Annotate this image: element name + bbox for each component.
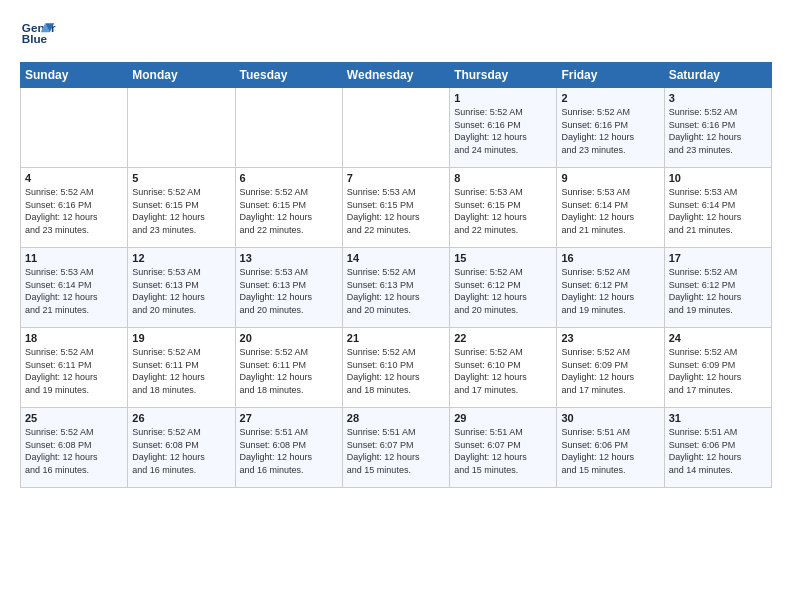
day-info: Sunrise: 5:52 AM Sunset: 6:11 PM Dayligh…: [25, 346, 123, 396]
day-info: Sunrise: 5:52 AM Sunset: 6:12 PM Dayligh…: [454, 266, 552, 316]
day-number: 12: [132, 252, 230, 264]
day-number: 16: [561, 252, 659, 264]
day-number: 11: [25, 252, 123, 264]
day-info: Sunrise: 5:51 AM Sunset: 6:07 PM Dayligh…: [454, 426, 552, 476]
day-info: Sunrise: 5:52 AM Sunset: 6:12 PM Dayligh…: [561, 266, 659, 316]
day-info: Sunrise: 5:53 AM Sunset: 6:14 PM Dayligh…: [669, 186, 767, 236]
weekday-header-wednesday: Wednesday: [342, 63, 449, 88]
calendar-cell: 21Sunrise: 5:52 AM Sunset: 6:10 PM Dayli…: [342, 328, 449, 408]
day-number: 26: [132, 412, 230, 424]
calendar-cell: 10Sunrise: 5:53 AM Sunset: 6:14 PM Dayli…: [664, 168, 771, 248]
calendar-cell: 28Sunrise: 5:51 AM Sunset: 6:07 PM Dayli…: [342, 408, 449, 488]
calendar-cell: 16Sunrise: 5:52 AM Sunset: 6:12 PM Dayli…: [557, 248, 664, 328]
day-info: Sunrise: 5:52 AM Sunset: 6:09 PM Dayligh…: [669, 346, 767, 396]
calendar-cell: 1Sunrise: 5:52 AM Sunset: 6:16 PM Daylig…: [450, 88, 557, 168]
day-number: 14: [347, 252, 445, 264]
day-number: 25: [25, 412, 123, 424]
day-number: 19: [132, 332, 230, 344]
weekday-header-friday: Friday: [557, 63, 664, 88]
day-number: 18: [25, 332, 123, 344]
day-info: Sunrise: 5:52 AM Sunset: 6:11 PM Dayligh…: [132, 346, 230, 396]
calendar-cell: 12Sunrise: 5:53 AM Sunset: 6:13 PM Dayli…: [128, 248, 235, 328]
day-info: Sunrise: 5:52 AM Sunset: 6:11 PM Dayligh…: [240, 346, 338, 396]
calendar-cell: 15Sunrise: 5:52 AM Sunset: 6:12 PM Dayli…: [450, 248, 557, 328]
day-info: Sunrise: 5:52 AM Sunset: 6:16 PM Dayligh…: [669, 106, 767, 156]
day-number: 5: [132, 172, 230, 184]
logo-icon: General Blue: [20, 16, 56, 52]
calendar-cell: 11Sunrise: 5:53 AM Sunset: 6:14 PM Dayli…: [21, 248, 128, 328]
day-number: 22: [454, 332, 552, 344]
day-number: 17: [669, 252, 767, 264]
calendar-cell: 6Sunrise: 5:52 AM Sunset: 6:15 PM Daylig…: [235, 168, 342, 248]
day-info: Sunrise: 5:52 AM Sunset: 6:08 PM Dayligh…: [132, 426, 230, 476]
calendar-table: SundayMondayTuesdayWednesdayThursdayFrid…: [20, 62, 772, 488]
weekday-header-monday: Monday: [128, 63, 235, 88]
calendar-cell: 8Sunrise: 5:53 AM Sunset: 6:15 PM Daylig…: [450, 168, 557, 248]
day-number: 31: [669, 412, 767, 424]
day-number: 15: [454, 252, 552, 264]
day-info: Sunrise: 5:53 AM Sunset: 6:13 PM Dayligh…: [132, 266, 230, 316]
weekday-header-sunday: Sunday: [21, 63, 128, 88]
calendar-cell: 24Sunrise: 5:52 AM Sunset: 6:09 PM Dayli…: [664, 328, 771, 408]
day-number: 2: [561, 92, 659, 104]
day-number: 9: [561, 172, 659, 184]
day-number: 28: [347, 412, 445, 424]
day-number: 8: [454, 172, 552, 184]
calendar-cell: 26Sunrise: 5:52 AM Sunset: 6:08 PM Dayli…: [128, 408, 235, 488]
calendar-cell: [128, 88, 235, 168]
day-info: Sunrise: 5:52 AM Sunset: 6:15 PM Dayligh…: [240, 186, 338, 236]
day-number: 7: [347, 172, 445, 184]
day-number: 23: [561, 332, 659, 344]
calendar-cell: 5Sunrise: 5:52 AM Sunset: 6:15 PM Daylig…: [128, 168, 235, 248]
header: General Blue: [20, 16, 772, 52]
weekday-header-tuesday: Tuesday: [235, 63, 342, 88]
calendar-cell: [235, 88, 342, 168]
calendar-cell: 30Sunrise: 5:51 AM Sunset: 6:06 PM Dayli…: [557, 408, 664, 488]
day-info: Sunrise: 5:52 AM Sunset: 6:10 PM Dayligh…: [454, 346, 552, 396]
day-info: Sunrise: 5:52 AM Sunset: 6:13 PM Dayligh…: [347, 266, 445, 316]
day-info: Sunrise: 5:52 AM Sunset: 6:08 PM Dayligh…: [25, 426, 123, 476]
weekday-header-saturday: Saturday: [664, 63, 771, 88]
day-info: Sunrise: 5:52 AM Sunset: 6:16 PM Dayligh…: [25, 186, 123, 236]
day-info: Sunrise: 5:52 AM Sunset: 6:12 PM Dayligh…: [669, 266, 767, 316]
calendar-cell: 14Sunrise: 5:52 AM Sunset: 6:13 PM Dayli…: [342, 248, 449, 328]
day-info: Sunrise: 5:52 AM Sunset: 6:09 PM Dayligh…: [561, 346, 659, 396]
day-info: Sunrise: 5:52 AM Sunset: 6:16 PM Dayligh…: [454, 106, 552, 156]
calendar-cell: 27Sunrise: 5:51 AM Sunset: 6:08 PM Dayli…: [235, 408, 342, 488]
day-info: Sunrise: 5:51 AM Sunset: 6:07 PM Dayligh…: [347, 426, 445, 476]
calendar-cell: 7Sunrise: 5:53 AM Sunset: 6:15 PM Daylig…: [342, 168, 449, 248]
day-info: Sunrise: 5:53 AM Sunset: 6:13 PM Dayligh…: [240, 266, 338, 316]
day-number: 4: [25, 172, 123, 184]
calendar-cell: 20Sunrise: 5:52 AM Sunset: 6:11 PM Dayli…: [235, 328, 342, 408]
calendar-cell: 29Sunrise: 5:51 AM Sunset: 6:07 PM Dayli…: [450, 408, 557, 488]
weekday-header-thursday: Thursday: [450, 63, 557, 88]
day-number: 29: [454, 412, 552, 424]
calendar-cell: 13Sunrise: 5:53 AM Sunset: 6:13 PM Dayli…: [235, 248, 342, 328]
page: General Blue SundayMondayTuesdayWednesda…: [0, 0, 792, 612]
day-info: Sunrise: 5:52 AM Sunset: 6:16 PM Dayligh…: [561, 106, 659, 156]
day-number: 3: [669, 92, 767, 104]
calendar-cell: 22Sunrise: 5:52 AM Sunset: 6:10 PM Dayli…: [450, 328, 557, 408]
calendar-cell: 2Sunrise: 5:52 AM Sunset: 6:16 PM Daylig…: [557, 88, 664, 168]
calendar-cell: 4Sunrise: 5:52 AM Sunset: 6:16 PM Daylig…: [21, 168, 128, 248]
day-info: Sunrise: 5:53 AM Sunset: 6:15 PM Dayligh…: [454, 186, 552, 236]
day-number: 27: [240, 412, 338, 424]
calendar-cell: 23Sunrise: 5:52 AM Sunset: 6:09 PM Dayli…: [557, 328, 664, 408]
day-number: 20: [240, 332, 338, 344]
calendar-cell: 19Sunrise: 5:52 AM Sunset: 6:11 PM Dayli…: [128, 328, 235, 408]
day-info: Sunrise: 5:53 AM Sunset: 6:14 PM Dayligh…: [561, 186, 659, 236]
day-number: 24: [669, 332, 767, 344]
calendar-cell: 18Sunrise: 5:52 AM Sunset: 6:11 PM Dayli…: [21, 328, 128, 408]
day-number: 10: [669, 172, 767, 184]
calendar-cell: [342, 88, 449, 168]
calendar-cell: 31Sunrise: 5:51 AM Sunset: 6:06 PM Dayli…: [664, 408, 771, 488]
day-info: Sunrise: 5:52 AM Sunset: 6:10 PM Dayligh…: [347, 346, 445, 396]
calendar-cell: 17Sunrise: 5:52 AM Sunset: 6:12 PM Dayli…: [664, 248, 771, 328]
day-info: Sunrise: 5:51 AM Sunset: 6:06 PM Dayligh…: [561, 426, 659, 476]
day-info: Sunrise: 5:53 AM Sunset: 6:15 PM Dayligh…: [347, 186, 445, 236]
day-number: 1: [454, 92, 552, 104]
day-number: 30: [561, 412, 659, 424]
logo: General Blue: [20, 16, 60, 52]
day-info: Sunrise: 5:51 AM Sunset: 6:06 PM Dayligh…: [669, 426, 767, 476]
calendar-cell: [21, 88, 128, 168]
